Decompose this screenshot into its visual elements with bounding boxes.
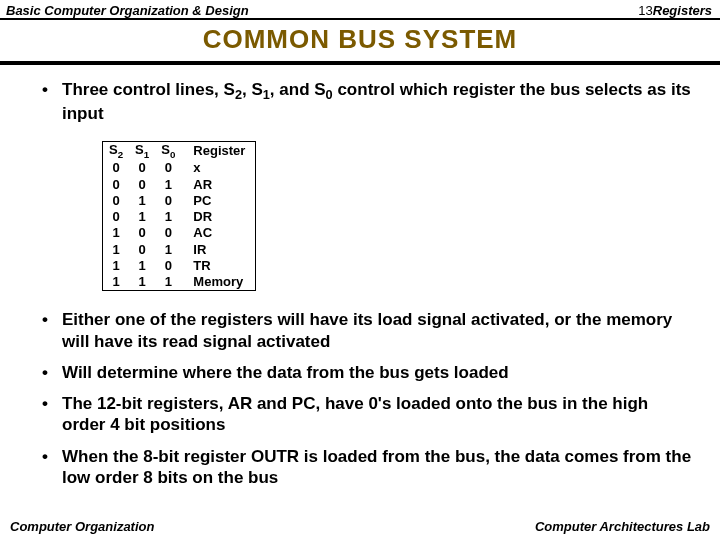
bullet-2: Either one of the registers will have it… (42, 309, 692, 352)
bullet1-mid2: , and S (270, 80, 326, 99)
table-row: 101IR (103, 242, 255, 258)
table-row: 110TR (103, 258, 255, 274)
table-header-row: S2 S1 S0 Register (103, 142, 255, 161)
header-left: Basic Computer Organization & Design (6, 3, 558, 18)
slide-title: COMMON BUS SYSTEM (0, 20, 720, 61)
footer-right: Computer Architectures Lab (535, 519, 710, 534)
slide-header: Basic Computer Organization & Design 13 … (0, 0, 720, 18)
page-number: 13 (638, 3, 652, 18)
table-row: 010PC (103, 193, 255, 209)
slide-content: Three control lines, S2, S1, and S0 cont… (0, 65, 720, 488)
table-row: 000x (103, 160, 255, 176)
th-s0: S0 (155, 142, 181, 161)
bullet-3: The 12-bit registers, AR and PC, have 0'… (42, 393, 692, 436)
bullet-2-sub: Will determine where the data from the b… (42, 362, 692, 383)
bullet-list: Three control lines, S2, S1, and S0 cont… (28, 79, 692, 125)
sub-1: 1 (263, 87, 270, 102)
th-register: Register (181, 142, 255, 161)
slide-footer: Computer Organization Computer Architect… (0, 519, 720, 534)
table-row: 001AR (103, 177, 255, 193)
table-row: 100AC (103, 225, 255, 241)
bullet1-mid1: , S (242, 80, 263, 99)
bullet-list-2: Either one of the registers will have it… (28, 309, 692, 488)
bullet-4: When the 8-bit register OUTR is loaded f… (42, 446, 692, 489)
selection-table: S2 S1 S0 Register 000x 001AR 010PC 011DR… (103, 142, 255, 291)
selection-table-wrap: S2 S1 S0 Register 000x 001AR 010PC 011DR… (102, 141, 256, 292)
sub-0: 0 (326, 87, 333, 102)
header-right: Registers (653, 3, 712, 18)
footer-left: Computer Organization (10, 519, 154, 534)
table-body: 000x 001AR 010PC 011DR 100AC 101IR 110TR… (103, 160, 255, 290)
sub-2: 2 (235, 87, 242, 102)
bullet-1: Three control lines, S2, S1, and S0 cont… (42, 79, 692, 125)
bullet1-pre: Three control lines, S (62, 80, 235, 99)
table-row: 011DR (103, 209, 255, 225)
th-s1: S1 (129, 142, 155, 161)
table-row: 111Memory (103, 274, 255, 290)
th-s2: S2 (103, 142, 129, 161)
